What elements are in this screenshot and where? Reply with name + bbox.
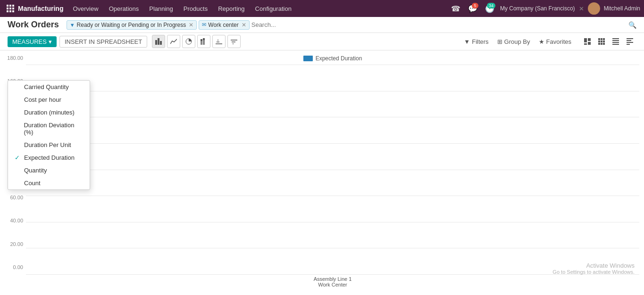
legend-label: Expected Duration [316, 55, 362, 62]
gridline [26, 170, 639, 170]
filter-status-close[interactable]: ✕ [189, 22, 193, 28]
measures-label-cost-hour: Cost per hour [24, 96, 61, 103]
nav-products[interactable]: Products [179, 3, 212, 14]
svg-rect-12 [158, 38, 159, 45]
gridline [26, 196, 639, 196]
pie-chart-btn[interactable] [182, 35, 195, 48]
list-view-btn[interactable] [609, 35, 622, 48]
svg-rect-13 [160, 41, 162, 45]
favorites-button[interactable]: ★ Favorites [536, 36, 574, 47]
svg-point-9 [592, 5, 596, 9]
svg-rect-5 [12, 8, 14, 9]
chat-icon[interactable]: 💬 5 [466, 2, 479, 15]
svg-point-10 [590, 10, 598, 15]
app-name[interactable]: Manufacturing [18, 5, 63, 12]
check-carried-qty [15, 83, 21, 90]
svg-rect-43 [627, 40, 631, 41]
filter-status-label: Ready or Waiting or Pending or In Progre… [77, 22, 186, 28]
svg-rect-34 [603, 41, 605, 42]
chart-gridlines [26, 65, 639, 275]
asc-sort-btn[interactable] [212, 35, 226, 48]
y-axis-label: 60.00 [10, 195, 23, 200]
svg-rect-0 [7, 5, 8, 7]
measures-button[interactable]: MEASURES ▾ [8, 36, 57, 47]
search-icon[interactable]: 🔍 [628, 21, 636, 29]
svg-rect-37 [603, 43, 605, 45]
svg-rect-31 [603, 38, 605, 40]
svg-rect-44 [627, 42, 633, 43]
nav-planning[interactable]: Planning [144, 3, 178, 14]
measures-item-carried-qty[interactable]: Carried Quantity [8, 81, 90, 93]
filters-button[interactable]: ▼ Filters [461, 36, 491, 47]
filter-workcenter-close[interactable]: ✕ [242, 22, 246, 28]
search-input[interactable] [251, 21, 627, 28]
x-label-line1: Assembly Line 1 [314, 276, 352, 282]
stacked-bar-btn[interactable] [197, 35, 210, 48]
svg-rect-16 [201, 39, 202, 41]
measures-label-expected-duration: Expected Duration [24, 154, 75, 161]
gridline [26, 248, 639, 248]
svg-rect-26 [588, 38, 591, 41]
svg-rect-7 [9, 10, 11, 12]
svg-rect-33 [601, 41, 602, 42]
company-label[interactable]: My Company (San Francisco) [500, 5, 575, 12]
svg-rect-42 [627, 38, 633, 39]
kanban-view-btn[interactable] [581, 35, 594, 48]
svg-rect-8 [12, 10, 14, 12]
measures-label-carried-qty: Carried Quantity [24, 83, 69, 90]
svg-rect-41 [612, 44, 619, 45]
grid-view-btn[interactable] [595, 35, 608, 48]
nav-configuration[interactable]: Configuration [251, 3, 296, 14]
gridline [26, 91, 639, 91]
clock-icon[interactable]: 🕐 34 [483, 2, 496, 15]
measures-item-quantity[interactable]: Quantity [8, 164, 90, 177]
svg-rect-2 [12, 5, 14, 7]
groupby-button[interactable]: ⊞ Group By [494, 36, 533, 47]
chart-container: 180.00160.00140.00120.00100.0080.0060.00… [0, 50, 644, 289]
svg-rect-17 [203, 40, 205, 45]
x-label-line2: Work Center [318, 282, 347, 287]
y-axis-label: 20.00 [10, 241, 23, 247]
measures-item-expected-duration[interactable]: ✓ Expected Duration [8, 151, 90, 164]
filter-workcenter-label: Work center [208, 22, 238, 28]
favorites-label: Favorites [546, 38, 571, 45]
svg-rect-38 [612, 38, 619, 39]
measures-item-duration-min[interactable]: Duration (minutes) [8, 106, 90, 119]
measures-item-count[interactable]: Count [8, 177, 90, 189]
page-title: Work Orders [8, 20, 59, 30]
gridline [26, 222, 639, 222]
svg-rect-28 [588, 42, 591, 45]
filter-icon-toolbar: ▼ [464, 38, 470, 45]
svg-rect-35 [598, 43, 600, 45]
y-axis-label: 180.00 [7, 55, 23, 61]
activity-view-btn[interactable] [623, 35, 636, 48]
grid-icon[interactable] [4, 2, 17, 15]
measures-label-duration-dev: Duration Deviation (%) [24, 122, 83, 136]
desc-sort-btn[interactable] [227, 35, 241, 48]
topbar: Manufacturing Overview Operations Planni… [0, 0, 644, 17]
nav-operations[interactable]: Operations [104, 3, 144, 14]
measures-label-count: Count [24, 180, 41, 187]
nav-reporting[interactable]: Reporting [213, 3, 249, 14]
measures-item-cost-hour[interactable]: Cost per hour [8, 93, 90, 106]
nav-overview[interactable]: Overview [68, 3, 103, 14]
phone-icon[interactable]: ☎ [449, 2, 462, 15]
avatar[interactable] [588, 2, 600, 15]
clock-badge: 34 [487, 3, 495, 8]
line-chart-btn[interactable] [167, 35, 180, 48]
toolbar-right: ▼ Filters ⊞ Group By ★ Favorites [461, 35, 636, 48]
chart-legend: Expected Duration [26, 55, 639, 62]
top-nav: Overview Operations Planning Products Re… [68, 3, 448, 14]
measures-item-duration-unit[interactable]: Duration Per Unit [8, 139, 90, 151]
measures-item-duration-dev[interactable]: Duration Deviation (%) [8, 119, 90, 139]
toolbar: MEASURES ▾ INSERT IN SPREADSHEET [0, 33, 644, 50]
filter-tag-status: ▼ Ready or Waiting or Pending or In Prog… [67, 20, 197, 30]
measures-label: MEASURES [12, 38, 47, 45]
bar-chart-btn[interactable] [152, 35, 165, 48]
svg-rect-39 [612, 40, 619, 41]
chart-plot: Assembly Line 1 Work Center [26, 65, 639, 289]
groupby-label: Group By [504, 38, 530, 45]
check-expected-duration: ✓ [15, 154, 21, 161]
insert-spreadsheet-button[interactable]: INSERT IN SPREADSHEET [59, 36, 147, 48]
username[interactable]: Mitchell Admin [604, 5, 640, 12]
